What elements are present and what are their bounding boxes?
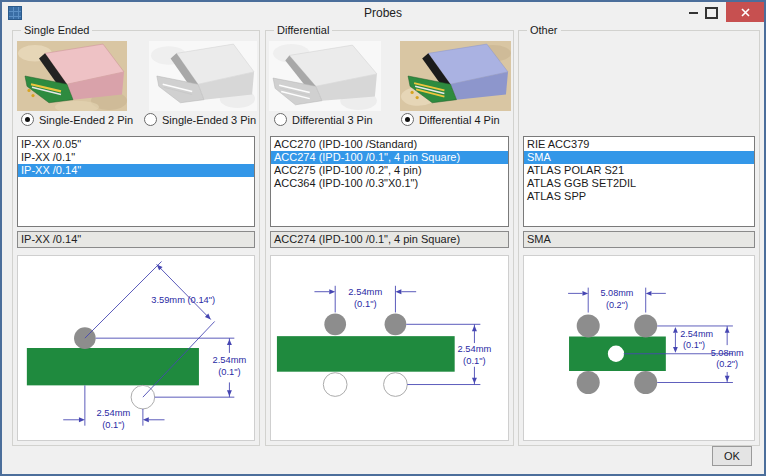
svg-text:(0.1"): (0.1") [463,356,486,366]
list-item-selected[interactable]: ACC274 (IPD-100 /0.1", 4 pin Square) [271,151,508,164]
single-ended-3pin-photo[interactable] [149,41,257,111]
radio-label: Single-Ended 3 Pin [162,114,256,126]
svg-text:(0.2"): (0.2") [716,359,738,369]
radio-differential-4pin[interactable]: Differential 4 Pin [401,113,500,126]
svg-text:(0.1"): (0.1") [218,367,241,377]
selected-probe-field[interactable]: IP-XX /0.14" [17,231,255,248]
svg-text:2.54mm: 2.54mm [680,329,713,339]
group-label: Other [527,24,561,36]
list-item-selected[interactable]: IP-XX /0.14" [18,164,254,177]
list-item[interactable]: IP-XX /0.05" [18,138,254,151]
group-label: Differential [274,24,332,36]
probes-dialog: Probes Single Ended [0,0,766,476]
differential-4pin-photo[interactable] [400,41,511,111]
svg-text:(0.1"): (0.1") [683,340,705,350]
radio-single-ended-2pin[interactable]: Single-Ended 2 Pin [21,113,133,126]
radio-single-ended-3pin[interactable]: Single-Ended 3 Pin [144,113,256,126]
minimize-icon[interactable] [689,12,698,14]
list-item-selected[interactable]: SMA [524,151,754,164]
footprint-diagram-single-ended: 3.59mm (0.14") 2.54mm (0.1") 2.54mm (0.1… [17,255,255,441]
window-title: Probes [2,2,764,24]
group-label: Single Ended [21,24,92,36]
list-item[interactable]: ATLAS SPP [524,190,754,203]
radio-dot-icon [21,113,34,126]
radio-dot-icon [144,113,157,126]
svg-text:2.54mm: 2.54mm [213,355,247,365]
selected-probe-field[interactable]: SMA [523,231,755,248]
selected-probe-field[interactable]: ACC274 (IPD-100 /0.1", 4 pin Square) [270,231,509,248]
footprint-diagram-differential: 2.54mm (0.1") 2.54mm (0.1") [270,255,509,441]
list-item[interactable]: ATLAS POLAR S21 [524,164,754,177]
svg-text:2.54mm: 2.54mm [97,408,131,418]
list-item[interactable]: ACC275 (IPD-100 /0.2", 4 pin) [271,164,508,177]
footprint-diagram-other: 5.08mm (0.2") 2.54mm (0.1") 5.08mm (0.2"… [523,255,755,441]
differential-3pin-photo[interactable] [269,41,381,111]
svg-text:5.08mm: 5.08mm [601,288,634,298]
radio-dot-icon [274,113,287,126]
svg-text:2.54mm: 2.54mm [348,287,382,297]
probe-list-single-ended[interactable]: IP-XX /0.05" IP-XX /0.1" IP-XX /0.14" [17,136,255,227]
svg-text:(0.2"): (0.2") [606,300,628,310]
svg-text:(0.1"): (0.1") [102,420,125,430]
list-item[interactable]: ATLAS GGB SET2DIL [524,177,754,190]
ok-button[interactable]: OK [712,446,752,466]
list-item[interactable]: ACC270 (IPD-100 /Standard) [271,138,508,151]
group-other: Other RIE ACC379 SMA ATLAS POLAR S21 ATL… [518,30,760,446]
title-bar: Probes [2,2,764,24]
maximize-icon[interactable] [705,7,718,19]
svg-text:3.59mm (0.14"): 3.59mm (0.14") [151,295,215,305]
list-item[interactable]: ACC364 (IPD-100 /0.3"X0.1") [271,177,508,190]
list-item[interactable]: IP-XX /0.1" [18,151,254,164]
radio-label: Differential 3 Pin [292,114,373,126]
svg-text:2.54mm: 2.54mm [457,344,491,354]
radio-label: Differential 4 Pin [419,114,500,126]
radio-label: Single-Ended 2 Pin [39,114,133,126]
group-single-ended: Single Ended [12,30,260,446]
probe-list-other[interactable]: RIE ACC379 SMA ATLAS POLAR S21 ATLAS GGB… [523,136,755,227]
probe-list-differential[interactable]: ACC270 (IPD-100 /Standard) ACC274 (IPD-1… [270,136,509,227]
radio-dot-icon [401,113,414,126]
group-differential: Differential [265,30,514,446]
radio-differential-3pin[interactable]: Differential 3 Pin [274,113,373,126]
svg-text:(0.1"): (0.1") [354,299,377,309]
list-item[interactable]: RIE ACC379 [524,138,754,151]
svg-text:5.08mm: 5.08mm [711,348,744,358]
single-ended-2pin-photo[interactable] [17,41,127,111]
close-icon[interactable] [726,2,764,22]
